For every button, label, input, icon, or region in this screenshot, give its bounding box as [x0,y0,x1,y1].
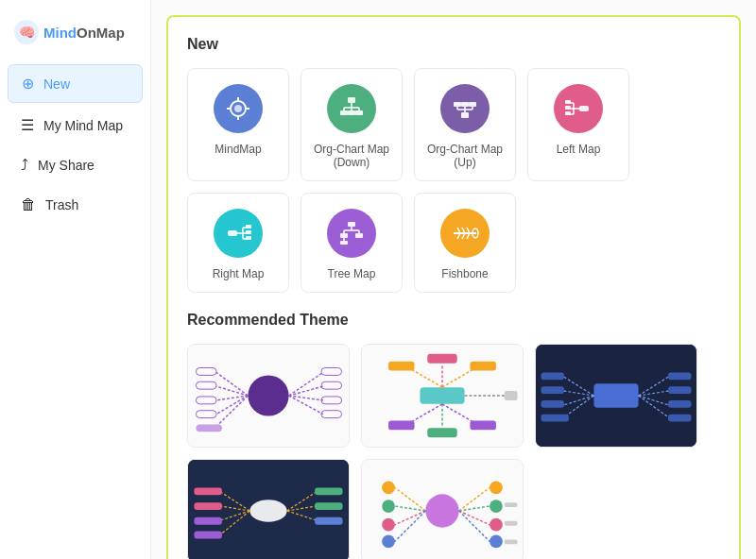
svg-rect-91 [470,362,495,371]
content-panel: New MindMap [166,15,741,559]
org-chart-down-label: Org-Chart Map (Down) [309,143,394,169]
svg-rect-151 [505,539,518,544]
svg-rect-109 [541,400,564,408]
svg-point-148 [490,535,503,549]
sidebar: 🧠 MindOnMap ⊕ New ☰ My Mind Map ⤴ My Sha… [0,0,151,559]
map-type-mindmap[interactable]: MindMap [187,68,289,181]
main-content: New MindMap [151,0,756,559]
left-map-icon [554,84,603,133]
svg-rect-41 [246,225,251,229]
fishbone-label: Fishbone [441,267,488,280]
svg-rect-96 [505,391,518,400]
svg-rect-108 [541,386,564,394]
svg-rect-49 [340,233,348,238]
svg-rect-124 [194,487,221,495]
svg-rect-114 [668,415,692,422]
org-chart-up-label: Org-Chart Map (Up) [422,143,507,169]
svg-point-141 [382,482,395,495]
theme-item-2[interactable] [361,344,524,448]
theme-item-4[interactable] [187,459,350,559]
svg-rect-76 [196,424,221,432]
svg-rect-128 [315,487,342,495]
svg-rect-33 [565,106,571,110]
svg-text:🧠: 🧠 [19,25,36,41]
svg-rect-14 [340,110,348,115]
svg-rect-107 [541,372,564,380]
svg-rect-149 [505,502,518,507]
right-map-icon [214,209,263,258]
mindmap-label: MindMap [215,143,261,156]
svg-rect-52 [340,241,348,245]
svg-rect-129 [315,502,342,510]
map-type-left-map[interactable]: Left Map [527,68,629,181]
svg-rect-44 [348,222,355,227]
logo-text: MindOnMap [43,25,125,41]
mindmap-icon [214,84,263,133]
svg-point-147 [490,518,503,532]
svg-rect-34 [565,111,571,115]
svg-rect-35 [228,230,237,236]
svg-rect-113 [668,400,692,408]
map-type-fishbone[interactable]: Fishbone [414,193,516,293]
theme-grid [187,344,720,559]
svg-rect-43 [246,236,251,240]
sidebar-item-trash-label: Trash [45,197,78,212]
sidebar-item-my-share-label: My Share [38,158,94,173]
svg-rect-90 [427,354,456,364]
sidebar-item-new-label: New [43,76,70,92]
svg-point-116 [249,500,286,522]
sidebar-item-my-share[interactable]: ⤴ My Share [8,147,143,183]
trash-icon: 🗑 [21,196,36,213]
theme-item-3[interactable] [535,344,697,448]
share-icon: ⤴ [21,157,28,174]
svg-point-142 [382,500,395,513]
sidebar-item-my-mind-map[interactable]: ☰ My Mind Map [8,107,143,144]
svg-rect-26 [579,106,589,111]
svg-rect-130 [315,517,342,525]
sidebar-item-trash[interactable]: 🗑 Trash [8,187,143,223]
right-map-label: Right Map [213,267,265,280]
svg-point-62 [248,375,288,415]
svg-point-143 [382,518,395,532]
svg-rect-17 [454,102,461,107]
svg-point-144 [382,535,395,549]
logo: 🧠 MindOnMap [0,9,150,62]
map-type-org-chart-down[interactable]: Org-Chart Map (Down) [301,68,403,181]
list-icon: ☰ [21,116,34,134]
theme-2-preview [362,345,523,447]
map-type-org-chart-up[interactable]: Org-Chart Map (Up) [414,68,516,181]
theme-item-5[interactable] [361,459,524,559]
tree-map-icon [327,209,376,258]
svg-point-146 [490,500,503,513]
svg-rect-25 [461,112,469,118]
map-type-grid: MindMap Org-C [187,68,720,293]
org-chart-down-icon [327,84,376,133]
svg-point-145 [490,482,503,495]
logo-icon: 🧠 [13,19,40,45]
map-type-tree-map[interactable]: Tree Map [301,193,403,293]
svg-rect-127 [194,532,221,539]
theme-item-1[interactable] [187,344,350,448]
plus-icon: ⊕ [22,75,34,93]
recommended-section-title: Recommended Theme [187,312,720,329]
svg-rect-19 [469,102,476,107]
svg-rect-150 [505,521,518,526]
theme-1-preview [188,345,349,447]
svg-point-132 [425,494,458,527]
sidebar-item-new[interactable]: ⊕ New [8,64,143,103]
svg-rect-50 [355,233,363,238]
svg-rect-89 [388,362,414,371]
left-map-label: Left Map [557,143,601,156]
sidebar-item-my-mind-map-label: My Mind Map [43,118,123,133]
svg-rect-98 [593,383,638,408]
svg-rect-126 [194,517,221,525]
svg-rect-32 [565,100,571,104]
org-chart-up-icon [440,84,490,133]
tree-map-label: Tree Map [328,267,376,280]
new-section-title: New [187,36,720,53]
map-type-right-map[interactable]: Right Map [187,193,289,293]
svg-rect-16 [355,110,363,115]
svg-rect-93 [427,428,456,437]
svg-rect-18 [461,102,469,107]
svg-rect-82 [420,387,464,404]
